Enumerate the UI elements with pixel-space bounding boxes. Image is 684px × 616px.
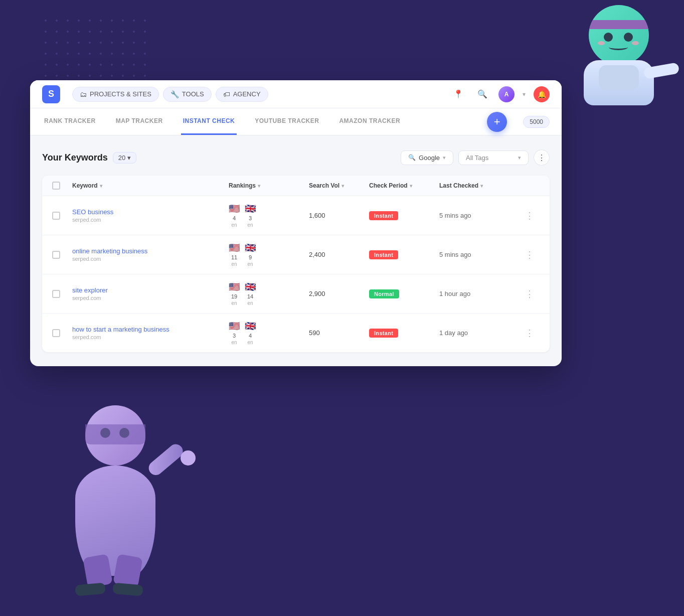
row-3-checkbox[interactable] <box>52 290 60 298</box>
table-header-row: Keyword ▾ Rankings ▾ Search Vol ▾ Check … <box>42 176 550 196</box>
search-icon-small: 🔍 <box>408 154 416 161</box>
row-2-badge: Instant <box>369 250 398 259</box>
engine-chevron: ▾ <box>443 155 446 161</box>
row-1-more-button[interactable]: ⋮ <box>520 210 540 221</box>
tab-map-tracker[interactable]: MAP TRACKER <box>114 108 165 135</box>
row-1-check-period: Instant <box>369 211 439 220</box>
check-period-sort-icon: ▾ <box>410 183 412 189</box>
row-4-flag-us: 🇺🇸 3 en <box>229 321 240 345</box>
row-1-flag-us: 🇺🇸 4 en <box>229 203 240 228</box>
row-3-search-vol: 2,900 <box>309 290 369 297</box>
table-row: online marketing business serped.com 🇺🇸 … <box>42 235 550 274</box>
th-rankings[interactable]: Rankings ▾ <box>229 182 309 189</box>
row-3-more-button[interactable]: ⋮ <box>520 288 540 299</box>
row-2-check-period: Instant <box>369 250 439 259</box>
rankings-sort-icon: ▾ <box>258 183 260 189</box>
row-1-rankings: 🇺🇸 4 en 🇬🇧 3 en <box>229 203 309 228</box>
row-1-flag-gb: 🇬🇧 3 en <box>245 203 256 228</box>
row-4-more-button[interactable]: ⋮ <box>520 328 540 339</box>
row-3-check-period: Normal <box>369 289 439 298</box>
location-button[interactable]: 📍 <box>450 86 466 102</box>
nav-projects[interactable]: 🗂 PROJECTS & SITES <box>72 87 159 102</box>
row-4-keyword-cell: how to start a marketing business serped… <box>72 326 229 340</box>
row-2-flag-us: 🇺🇸 11 en <box>229 242 240 267</box>
search-engine-selector[interactable]: 🔍 Google ▾ <box>401 150 453 165</box>
row-4-keyword-link[interactable]: how to start a marketing business <box>72 326 229 333</box>
row-1-checkbox[interactable] <box>52 212 60 220</box>
nav-projects-label: PROJECTS & SITES <box>90 90 151 98</box>
row-checkbox-cell <box>52 251 72 259</box>
th-search-vol[interactable]: Search Vol ▾ <box>309 182 369 189</box>
tags-chevron: ▾ <box>518 155 521 161</box>
th-last-checked[interactable]: Last Checked ▾ <box>439 182 520 189</box>
row-checkbox-cell <box>52 212 72 220</box>
row-2-more-button[interactable]: ⋮ <box>520 249 540 260</box>
logo-button[interactable]: S <box>42 85 60 103</box>
add-keyword-button[interactable]: + <box>487 112 507 132</box>
th-keyword[interactable]: Keyword ▾ <box>72 182 229 189</box>
row-2-rankings: 🇺🇸 11 en 🇬🇧 9 en <box>229 242 309 267</box>
astronaut-character <box>574 0 664 110</box>
agency-icon: 🏷 <box>223 90 230 98</box>
tab-amazon-tracker[interactable]: AMAZON TRACKER <box>337 108 402 135</box>
nav-agency[interactable]: 🏷 AGENCY <box>216 87 268 102</box>
tab-rank-tracker[interactable]: RANK TRACKER <box>42 108 98 135</box>
row-3-flag-us: 🇺🇸 19 en <box>229 281 240 306</box>
keyword-sort-icon: ▾ <box>100 183 102 189</box>
row-1-badge: Instant <box>369 211 398 220</box>
projects-icon: 🗂 <box>80 90 87 98</box>
nav-agency-label: AGENCY <box>233 90 261 98</box>
row-4-flag-gb: 🇬🇧 4 en <box>245 321 256 345</box>
table-row: site explorer serped.com 🇺🇸 19 en 🇬🇧 14 … <box>42 274 550 314</box>
avatar[interactable]: A <box>498 86 515 102</box>
search-icon: 🔍 <box>477 89 487 99</box>
row-4-rankings: 🇺🇸 3 en 🇬🇧 4 en <box>229 321 309 345</box>
notification-button[interactable]: 🔔 <box>534 86 550 102</box>
th-rankings-label: Rankings <box>229 182 256 189</box>
more-options-button[interactable]: ⋮ <box>534 149 550 166</box>
tags-selector[interactable]: All Tags ▾ <box>458 150 529 165</box>
row-2-checkbox[interactable] <box>52 251 60 259</box>
th-checkbox <box>52 182 72 190</box>
credits-badge: 5000 <box>523 116 550 128</box>
row-checkbox-cell <box>52 290 72 298</box>
search-button[interactable]: 🔍 <box>474 86 490 102</box>
row-1-keyword-link[interactable]: SEO business <box>72 208 229 216</box>
tags-label: All Tags <box>466 154 488 162</box>
more-icon: ⋮ <box>538 153 546 163</box>
row-3-keyword-cell: site explorer serped.com <box>72 286 229 301</box>
bell-icon: 🔔 <box>538 90 546 98</box>
row-1-keyword-cell: SEO business serped.com <box>72 208 229 223</box>
count-value: 20 <box>118 154 125 162</box>
row-2-last-checked: 5 mins ago <box>439 251 520 258</box>
th-check-period-label: Check Period <box>369 182 408 189</box>
nav-tools[interactable]: 🔧 TOOLS <box>163 87 212 102</box>
row-3-badge: Normal <box>369 289 399 298</box>
content-area: Your Keywords 20 ▾ 🔍 Google ▾ All Tags ▾… <box>30 135 562 366</box>
th-check-period[interactable]: Check Period ▾ <box>369 182 439 189</box>
table-row: SEO business serped.com 🇺🇸 4 en 🇬🇧 3 en <box>42 196 550 235</box>
row-3-keyword-link[interactable]: site explorer <box>72 286 229 294</box>
ninja-character <box>60 405 181 576</box>
row-4-last-checked: 1 day ago <box>439 329 520 337</box>
row-3-last-checked: 1 hour ago <box>439 290 520 297</box>
keywords-header: Your Keywords 20 ▾ 🔍 Google ▾ All Tags ▾… <box>42 149 550 166</box>
tab-youtube-tracker[interactable]: YOUTUBE TRACKER <box>253 108 321 135</box>
row-2-keyword-cell: online marketing business serped.com <box>72 247 229 262</box>
row-4-checkbox[interactable] <box>52 329 60 337</box>
tab-instant-check[interactable]: INSTANT CHECK <box>181 108 237 135</box>
app-window: S 🗂 PROJECTS & SITES 🔧 TOOLS 🏷 AGENCY 📍 … <box>30 80 562 366</box>
search-vol-sort-icon: ▾ <box>341 183 344 189</box>
count-dropdown[interactable]: 20 ▾ <box>113 152 136 164</box>
th-keyword-label: Keyword <box>72 182 98 189</box>
row-2-keyword-link[interactable]: online marketing business <box>72 247 229 255</box>
th-last-checked-label: Last Checked <box>439 182 478 189</box>
row-4-check-period: Instant <box>369 328 439 338</box>
avatar-chevron: ▾ <box>523 91 526 98</box>
row-3-rankings: 🇺🇸 19 en 🇬🇧 14 en <box>229 281 309 306</box>
count-chevron: ▾ <box>127 154 131 162</box>
select-all-checkbox[interactable] <box>52 182 60 190</box>
row-1-domain: serped.com <box>72 217 229 223</box>
row-2-domain: serped.com <box>72 256 229 262</box>
row-3-flag-gb: 🇬🇧 14 en <box>245 281 256 306</box>
